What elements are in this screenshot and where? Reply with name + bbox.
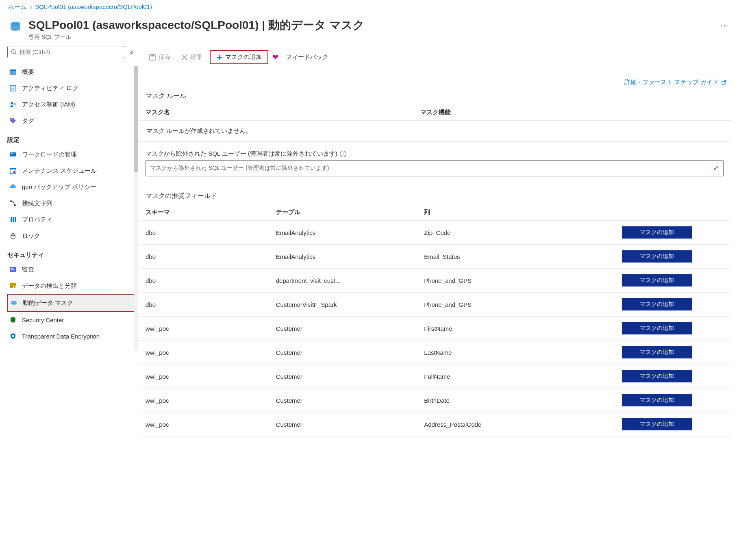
mask-rules-empty: マスク ルールが作成されていません。 <box>138 121 731 142</box>
table-row: wwi_pocCustomerFirstNameマスクの追加 <box>138 317 731 341</box>
svg-point-10 <box>11 102 13 104</box>
overview-icon <box>9 68 17 76</box>
sidebar-item-data-discovery[interactable]: データの検出と分類 <box>7 278 137 294</box>
add-mask-row-button[interactable]: マスクの追加 <box>622 370 692 382</box>
sidebar-item-security-center[interactable]: Security Center <box>7 312 137 328</box>
scrollbar-thumb[interactable] <box>134 66 138 172</box>
cell-column: FirstName <box>417 317 583 341</box>
sidebar-item-dynamic-data-masking[interactable]: 動的データ マスク <box>7 294 137 312</box>
sidebar-search[interactable] <box>7 46 125 58</box>
svg-rect-4 <box>10 71 16 75</box>
feedback-button[interactable]: フィードバック <box>283 52 332 63</box>
sidebar-scrollbar[interactable] <box>134 66 138 351</box>
sidebar-item-tags[interactable]: タグ <box>7 113 137 129</box>
main-content: 保存 破棄 マスクの追加 ❤ フィードバック 詳細 - ファースト ステップ ガ… <box>138 46 739 436</box>
add-mask-row-button[interactable]: マスクの追加 <box>622 418 692 430</box>
lock-icon <box>9 232 17 240</box>
svg-rect-14 <box>11 153 13 154</box>
sidebar-item-label: ロック <box>22 232 40 240</box>
excluded-users-input[interactable]: マスクから除外された SQL ユーザー (管理者は常に除外されています) ✓ <box>146 160 724 176</box>
col-column: 列 <box>417 204 583 221</box>
sidebar-item-activity-log[interactable]: アクティビティ ログ <box>7 80 137 96</box>
mask-rules-heading: マスク ルール <box>138 89 731 104</box>
svg-point-1 <box>11 22 20 26</box>
sidebar-section-security: セキュリティ <box>7 244 138 261</box>
discard-button[interactable]: 破棄 <box>178 52 206 63</box>
cell-column: BirthDate <box>417 389 583 412</box>
cell-schema: wwi_poc <box>138 317 269 341</box>
sidebar-item-maintenance[interactable]: メンテナンス スケジュール <box>7 163 137 179</box>
cell-table: Customer <box>269 365 417 389</box>
breadcrumb-home-link[interactable]: ホーム <box>8 3 26 10</box>
page-header: SQLPool01 (asaworkspacecto/SQLPool01) | … <box>0 14 739 46</box>
collapse-sidebar-button[interactable]: « <box>130 49 133 55</box>
cell-column: FullName <box>417 365 583 389</box>
cell-schema: wwi_poc <box>138 389 269 412</box>
cloud-icon <box>9 183 17 191</box>
col-schema: スキーマ <box>138 204 269 221</box>
sidebar-item-workload[interactable]: ワークロードの管理 <box>7 146 137 163</box>
save-button[interactable]: 保存 <box>146 52 174 63</box>
sidebar-item-overview[interactable]: 概要 <box>7 64 137 80</box>
breadcrumb: ホーム › SQLPool01 (asaworkspacecto/SQLPool… <box>0 0 739 14</box>
data-discovery-icon <box>9 282 17 290</box>
plus-icon <box>216 54 223 61</box>
more-actions-button[interactable]: … <box>719 17 731 30</box>
add-mask-button[interactable]: マスクの追加 <box>213 52 265 63</box>
activity-log-icon <box>9 84 17 92</box>
sidebar-item-properties[interactable]: プロパティ <box>7 211 137 228</box>
cell-column: LastName <box>417 341 583 365</box>
auditing-icon <box>9 265 17 273</box>
sql-pool-icon <box>8 20 23 35</box>
svg-point-29 <box>11 301 17 305</box>
page-subtitle: 専用 SQL プール <box>28 34 365 41</box>
search-input[interactable] <box>20 49 122 55</box>
sidebar-item-label: 接続文字列 <box>22 200 52 207</box>
sidebar-item-label: アクティビティ ログ <box>22 85 78 92</box>
sidebar-item-label: Transparent Data Encryption <box>22 333 100 340</box>
add-mask-row-button[interactable]: マスクの追加 <box>622 298 692 310</box>
svg-point-30 <box>12 302 13 304</box>
add-mask-row-button[interactable]: マスクの追加 <box>622 250 692 263</box>
breadcrumb-resource-link[interactable]: SQLPool01 (asaworkspacecto/SQLPool01) <box>35 3 152 10</box>
cell-table: Customer <box>269 317 417 341</box>
excluded-users-label: マスクから除外された SQL ユーザー (管理者は常に除外されています) i <box>146 150 724 158</box>
details-guide-link[interactable]: 詳細 - ファースト ステップ ガイド <box>624 78 727 86</box>
recommended-table: スキーマ テーブル 列 dboEmailAnalyticsZip_Codeマスク… <box>138 204 731 436</box>
breadcrumb-separator: › <box>30 3 32 10</box>
sidebar-item-access-control[interactable]: アクセス制御 (IAM) <box>7 96 137 113</box>
sidebar-item-lock[interactable]: ロック <box>7 228 137 244</box>
sidebar-item-tde[interactable]: Transparent Data Encryption <box>7 328 137 344</box>
access-control-icon <box>9 100 17 109</box>
svg-rect-16 <box>10 168 16 169</box>
add-mask-row-button[interactable]: マスクの追加 <box>622 226 692 239</box>
table-row: wwi_pocCustomerFullNameマスクの追加 <box>138 365 731 389</box>
svg-point-11 <box>14 103 16 105</box>
sidebar-item-geo-backup[interactable]: geo バックアップ ポリシー <box>7 179 137 195</box>
sidebar-item-label: データの検出と分類 <box>22 282 77 290</box>
security-center-icon <box>9 316 17 324</box>
svg-line-3 <box>15 53 16 54</box>
cell-schema: dbo <box>138 221 269 245</box>
info-icon[interactable]: i <box>340 151 346 157</box>
cell-table: CustomerVisitF_Spark <box>269 293 417 317</box>
add-mask-row-button[interactable]: マスクの追加 <box>622 346 692 358</box>
svg-point-31 <box>15 302 16 304</box>
cell-table: EmailAnalytics <box>269 245 417 269</box>
sidebar-item-label: 概要 <box>22 68 34 76</box>
table-row: dboEmailAnalyticsZip_Codeマスクの追加 <box>138 221 731 245</box>
cell-column: Phone_and_GPS <box>417 293 583 317</box>
cell-table: Customer <box>269 389 417 412</box>
sidebar-item-connection-strings[interactable]: 接続文字列 <box>7 195 137 211</box>
add-mask-row-button[interactable]: マスクの追加 <box>622 274 692 287</box>
close-icon <box>181 54 188 61</box>
add-mask-row-button[interactable]: マスクの追加 <box>622 394 692 406</box>
cell-schema: dbo <box>138 293 269 317</box>
table-row: wwi_pocCustomerBirthDateマスクの追加 <box>138 389 731 412</box>
cell-table: EmailAnalytics <box>269 221 417 245</box>
sidebar-item-auditing[interactable]: 監査 <box>7 261 137 278</box>
cell-column: Email_Status <box>417 245 583 269</box>
table-row: dboCustomerVisitF_SparkPhone_and_GPSマスクの… <box>138 293 731 317</box>
table-row: wwi_pocCustomerAddress_PostalCodeマスクの追加 <box>138 412 731 436</box>
add-mask-row-button[interactable]: マスクの追加 <box>622 322 692 334</box>
